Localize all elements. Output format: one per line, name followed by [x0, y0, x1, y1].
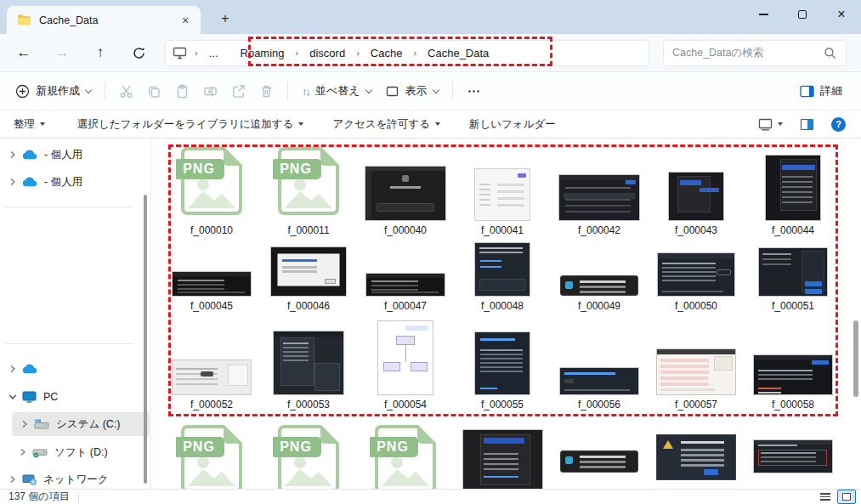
chevron-down-icon [365, 86, 371, 93]
breadcrumb-roaming[interactable]: Roaming [237, 45, 288, 61]
file-item[interactable]: PNG [357, 411, 454, 489]
breadcrumb-cache-data[interactable]: Cache_Data [424, 45, 492, 61]
file-item[interactable]: PNG [260, 411, 357, 489]
refresh-button[interactable] [124, 39, 153, 66]
new-item-button[interactable]: 新規作成 [8, 78, 98, 104]
sidebar-item-onedrive-3[interactable] [0, 357, 146, 381]
breadcrumb-discord[interactable]: discord [306, 45, 348, 61]
thumbnail-view-icon [842, 493, 851, 501]
delete-button[interactable] [252, 79, 280, 104]
file-item[interactable]: f_000049 [551, 237, 648, 313]
file-item[interactable] [551, 411, 648, 489]
chevron-down-icon [85, 86, 92, 93]
file-thumbnail [173, 360, 251, 394]
file-item[interactable]: f_000051 [745, 237, 841, 313]
details-view-toggle[interactable] [819, 491, 832, 502]
chevron-right-icon [8, 475, 17, 484]
title-bar: Cache_Data × + × [0, 0, 861, 34]
this-pc-icon [173, 46, 187, 60]
file-item[interactable]: f_000046 [260, 237, 357, 313]
sidebar-separator [5, 207, 133, 207]
divider [287, 82, 288, 100]
grant-access-button[interactable]: アクセスを許可する [324, 114, 449, 135]
up-button[interactable]: ↑ [86, 39, 115, 66]
file-item[interactable]: f_000045 [163, 237, 260, 313]
file-item[interactable]: f_000047 [357, 237, 454, 313]
copy-button[interactable] [140, 79, 168, 104]
organize-button[interactable]: 整理 [5, 114, 54, 135]
details-pane-icon [800, 84, 814, 99]
explorer-tab[interactable]: Cache_Data × [7, 6, 201, 34]
file-item[interactable]: f_000044 [745, 144, 841, 237]
search-box[interactable] [663, 40, 847, 66]
file-item[interactable]: f_000042 [551, 144, 648, 237]
rename-button[interactable] [196, 79, 224, 104]
file-thumbnail [463, 430, 542, 489]
file-label: f_000044 [772, 224, 814, 237]
search-input[interactable] [672, 47, 823, 59]
file-item[interactable] [454, 411, 551, 489]
file-item[interactable]: f_000055 [454, 313, 551, 411]
file-item[interactable]: f_000054 [357, 313, 454, 411]
sort-button[interactable]: ↑↓ 並べ替え [295, 78, 378, 104]
share-button[interactable] [224, 79, 252, 104]
file-item[interactable]: f_000041 [454, 144, 551, 237]
file-item[interactable]: PNG [163, 411, 260, 489]
preview-pane-button[interactable] [791, 114, 823, 135]
png-badge: PNG [273, 437, 321, 457]
file-item[interactable]: f_000043 [648, 144, 745, 237]
file-item[interactable]: f_000052 [163, 313, 260, 411]
sidebar-item-onedrive-2[interactable]: - 個人用 [0, 170, 146, 194]
breadcrumb-overflow[interactable]: ... [206, 45, 222, 61]
chevron-right-icon [8, 150, 17, 159]
file-item[interactable]: PNG f_000010 [163, 144, 260, 237]
file-thumbnail [657, 435, 735, 479]
sidebar-item-network[interactable]: ネットワーク [0, 467, 146, 489]
new-folder-button[interactable]: 新しいフォルダー [461, 114, 564, 135]
file-item[interactable]: f_000040 [357, 144, 454, 237]
sidebar-item-system-c[interactable]: システム (C:) [12, 412, 150, 436]
address-bar[interactable]: › ... Roaming › discord › Cache › Cache_… [165, 40, 649, 66]
view-mode-icon [758, 117, 773, 132]
file-item[interactable]: f_000056 [551, 313, 648, 411]
png-badge: PNG [176, 159, 224, 179]
file-item[interactable] [648, 411, 745, 489]
png-file-icon: PNG [176, 423, 247, 489]
file-thumbnail [475, 243, 530, 296]
copy-icon [147, 84, 161, 99]
details-pane-button[interactable]: 詳細 [793, 78, 849, 104]
cut-button[interactable] [112, 79, 140, 104]
change-view-button[interactable] [750, 114, 791, 135]
content-scrollbar-thumb[interactable] [853, 320, 858, 397]
new-tab-button[interactable]: + [214, 8, 236, 29]
paste-button[interactable] [168, 79, 196, 104]
file-item[interactable]: f_000048 [454, 237, 551, 313]
close-button[interactable]: × [822, 0, 861, 29]
file-item[interactable]: f_000053 [260, 313, 357, 411]
minimize-button[interactable] [744, 0, 783, 29]
add-to-library-button[interactable]: 選択したフォルダーをライブラリに追加する [69, 114, 312, 135]
view-button[interactable]: 表示 [378, 78, 445, 104]
onedrive-cloud-icon [22, 364, 37, 374]
tab-close-icon[interactable]: × [177, 12, 194, 29]
file-item[interactable]: PNG f_000011 [260, 144, 357, 237]
more-options-button[interactable] [460, 79, 488, 104]
file-item[interactable] [745, 411, 841, 489]
png-badge: PNG [176, 437, 224, 457]
sidebar-scrollbar-thumb[interactable] [144, 195, 147, 484]
breadcrumb-cache[interactable]: Cache [367, 45, 406, 61]
file-item[interactable]: f_000058 [745, 313, 841, 411]
sidebar-item-pc[interactable]: PC [0, 385, 146, 409]
sidebar-item-soft-d[interactable]: ソフト (D:) [10, 440, 156, 464]
sidebar-item-onedrive-1[interactable]: - 個人用 [0, 143, 146, 167]
back-button[interactable]: ← [9, 39, 38, 66]
maximize-button[interactable] [783, 0, 822, 29]
file-item[interactable]: f_000057 [648, 313, 745, 411]
file-label: f_000046 [287, 299, 330, 313]
help-button[interactable]: ? [823, 114, 854, 135]
file-item[interactable]: f_000050 [648, 237, 745, 313]
window-controls: × [744, 0, 861, 29]
forward-button[interactable]: → [48, 39, 76, 66]
thumbnail-view-toggle[interactable] [837, 490, 856, 504]
file-label: f_000052 [190, 398, 233, 411]
